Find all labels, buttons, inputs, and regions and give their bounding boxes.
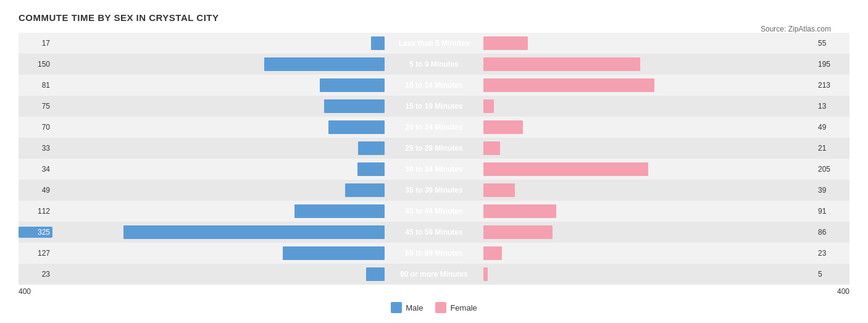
female-bar-container	[483, 99, 816, 113]
female-bar	[483, 141, 500, 155]
category-label: 30 to 34 Minutes	[385, 165, 483, 174]
table-row: 70 20 to 24 Minutes 49	[19, 117, 849, 138]
male-bar-container	[52, 204, 385, 218]
male-value: 23	[19, 270, 52, 279]
male-bar	[283, 246, 385, 260]
male-bar	[324, 99, 385, 113]
female-bar-container	[483, 204, 816, 218]
male-value: 75	[19, 102, 52, 111]
female-bar-container	[483, 267, 816, 281]
table-row: 23 90 or more Minutes 5	[19, 264, 849, 285]
male-value: 70	[19, 123, 52, 132]
axis-labels: 400 400	[19, 287, 849, 296]
female-value: 213	[816, 81, 849, 90]
female-value: 91	[816, 207, 849, 216]
female-bar	[483, 267, 488, 281]
female-bar-container	[483, 36, 816, 50]
male-bar	[366, 267, 385, 281]
male-value: 81	[19, 81, 52, 90]
chart-title: COMMUTE TIME BY SEX IN CRYSTAL CITY	[19, 12, 849, 23]
male-value: 325	[19, 227, 52, 238]
female-bar	[483, 183, 515, 197]
male-bar	[294, 204, 385, 218]
table-row: 81 10 to 14 Minutes 213	[19, 75, 849, 96]
legend: Male Female	[19, 302, 849, 313]
chart-container: 17 Less than 5 Minutes 55 150 5 to 9 Min…	[19, 33, 849, 296]
female-value: 21	[816, 144, 849, 153]
female-bar	[483, 99, 494, 113]
female-bar-container	[483, 78, 816, 92]
male-value: 49	[19, 186, 52, 195]
male-value: 112	[19, 207, 52, 216]
male-bar	[264, 57, 385, 71]
table-row: 17 Less than 5 Minutes 55	[19, 33, 849, 54]
male-value: 34	[19, 165, 52, 174]
male-value: 17	[19, 39, 52, 48]
female-bar-container	[483, 120, 816, 134]
male-label: Male	[406, 303, 423, 313]
female-bar-container	[483, 246, 816, 260]
female-value: 39	[816, 186, 849, 195]
male-bar	[358, 141, 385, 155]
male-bar	[371, 36, 385, 50]
male-bar-container	[52, 183, 385, 197]
male-bar	[320, 78, 385, 92]
female-value: 49	[816, 123, 849, 132]
table-row: 34 30 to 34 Minutes 205	[19, 159, 849, 180]
category-label: 60 to 89 Minutes	[385, 249, 483, 258]
female-swatch	[435, 302, 446, 313]
female-bar-container	[483, 162, 816, 176]
female-bar-container	[483, 57, 816, 71]
male-bar-container	[52, 78, 385, 92]
male-bar-container	[52, 246, 385, 260]
male-bar-container	[52, 36, 385, 50]
female-value: 205	[816, 165, 849, 174]
male-bar	[328, 120, 385, 134]
axis-left: 400	[19, 287, 31, 296]
female-value: 23	[816, 249, 849, 258]
female-value: 5	[816, 270, 849, 279]
category-label: 5 to 9 Minutes	[385, 60, 483, 69]
male-bar-container	[52, 162, 385, 176]
category-label: 25 to 29 Minutes	[385, 144, 483, 153]
female-bar	[483, 120, 523, 134]
female-value: 55	[816, 39, 849, 48]
male-bar-container	[52, 225, 385, 239]
female-bar	[483, 204, 556, 218]
legend-male: Male	[391, 302, 423, 313]
category-label: 10 to 14 Minutes	[385, 81, 483, 90]
male-value: 150	[19, 60, 52, 69]
axis-right: 400	[837, 287, 849, 296]
category-label: 15 to 19 Minutes	[385, 102, 483, 111]
female-label: Female	[450, 303, 477, 313]
female-value: 86	[816, 228, 849, 237]
male-bar	[357, 162, 385, 176]
chart-rows: 17 Less than 5 Minutes 55 150 5 to 9 Min…	[19, 33, 849, 285]
male-bar-container	[52, 120, 385, 134]
male-value: 33	[19, 144, 52, 153]
table-row: 325 45 to 59 Minutes 86	[19, 222, 849, 243]
male-bar-container	[52, 141, 385, 155]
female-bar	[483, 225, 553, 239]
table-row: 127 60 to 89 Minutes 23	[19, 243, 849, 264]
female-value: 195	[816, 60, 849, 69]
category-label: Less than 5 Minutes	[385, 39, 483, 48]
category-label: 45 to 59 Minutes	[385, 228, 483, 237]
male-bar	[345, 183, 385, 197]
female-bar	[483, 57, 640, 71]
source-label: Source: ZipAtlas.com	[761, 25, 831, 33]
female-bar-container	[483, 225, 816, 239]
male-swatch	[391, 302, 402, 313]
table-row: 49 35 to 39 Minutes 39	[19, 180, 849, 201]
table-row: 75 15 to 19 Minutes 13	[19, 96, 849, 117]
table-row: 33 25 to 29 Minutes 21	[19, 138, 849, 159]
female-bar-container	[483, 183, 816, 197]
category-label: 40 to 44 Minutes	[385, 207, 483, 216]
legend-female: Female	[435, 302, 477, 313]
category-label: 35 to 39 Minutes	[385, 186, 483, 195]
male-bar-container	[52, 267, 385, 281]
male-bar-container	[52, 99, 385, 113]
male-value: 127	[19, 249, 52, 258]
female-bar	[483, 246, 502, 260]
male-bar-container	[52, 57, 385, 71]
